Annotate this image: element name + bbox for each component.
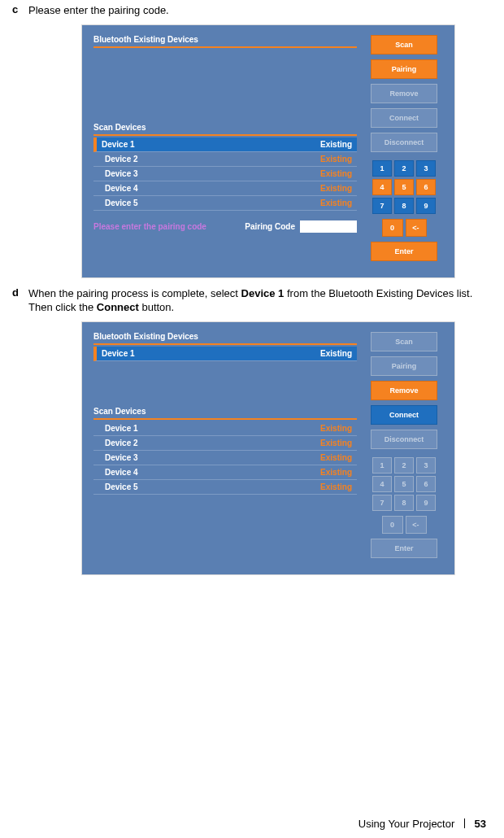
keypad-key-3: 3	[416, 457, 436, 474]
device-row-3[interactable]: Device 3Existing	[93, 167, 357, 181]
keypad-2: 123456789	[372, 457, 436, 511]
device-status: Existing	[320, 468, 352, 477]
step-c: c Please enter the pairing code.	[12, 3, 492, 18]
scan-device-list: Device 1ExistingDevice 2ExistingDevice 3…	[93, 137, 357, 211]
keypad-key-1[interactable]: 1	[372, 160, 392, 177]
pairing-code-label: Pairing Code	[245, 222, 295, 231]
step-d-tail: button.	[139, 301, 174, 313]
panel1-left: Bluetooth Existing Devices Scan Devices …	[93, 35, 357, 266]
device-name: Device 5	[105, 482, 138, 491]
device-name: Device 4	[105, 184, 138, 193]
scan-devices-title-2: Scan Devices	[93, 407, 357, 420]
device-row-2[interactable]: Device 2Existing	[93, 152, 357, 167]
device-name: Device 1	[102, 140, 135, 149]
panel2-right: Scan Pairing Remove Connect Disconnect 1…	[365, 332, 443, 563]
enter-button[interactable]: Enter	[371, 242, 437, 261]
scan-button[interactable]: Scan	[371, 35, 437, 55]
keypad-key-9: 9	[416, 495, 436, 511]
keypad-key-backspace: <-	[406, 516, 427, 534]
device-name: Device 2	[105, 439, 138, 447]
device-name: Device 2	[105, 155, 138, 164]
keypad-key-6: 6	[416, 476, 436, 492]
scan-device-row-2[interactable]: Device 2Existing	[93, 436, 357, 451]
device-row-1[interactable]: Device 1Existing	[93, 137, 357, 152]
keypad-key-0[interactable]: 0	[382, 219, 403, 237]
disconnect-button-2: Disconnect	[371, 430, 437, 449]
device-status: Existing	[320, 453, 352, 462]
existing-device-list: Device 1Existing	[93, 347, 357, 361]
device-status: Existing	[320, 199, 352, 207]
step-letter-d: d	[12, 286, 28, 315]
keypad-key-6[interactable]: 6	[416, 179, 436, 195]
keypad-key-5: 5	[394, 476, 414, 492]
pairing-button[interactable]: Pairing	[371, 59, 437, 79]
device-name: Device 1	[102, 349, 135, 358]
existing-devices-title-2: Bluetooth Existing Devices	[93, 332, 357, 345]
keypad-key-8: 8	[394, 495, 414, 511]
existing-device-row-1[interactable]: Device 1Existing	[93, 347, 357, 361]
device-name: Device 3	[105, 169, 138, 178]
pairing-prompt-text: Please enter the pairing code	[93, 222, 245, 231]
pairing-button-2: Pairing	[371, 356, 437, 376]
keypad-key-4[interactable]: 4	[372, 179, 392, 195]
keypad-key-7: 7	[372, 495, 392, 511]
device-status: Existing	[320, 184, 352, 193]
step-text-d: When the pairing process is complete, se…	[28, 286, 492, 315]
step-d-lead: When the pairing process is complete, se…	[28, 287, 241, 299]
bluetooth-panel-pairing: Bluetooth Existing Devices Scan Devices …	[81, 24, 455, 278]
existing-devices-title: Bluetooth Existing Devices	[93, 35, 357, 48]
device-name: Device 1	[105, 424, 138, 433]
keypad-key-9[interactable]: 9	[416, 198, 436, 214]
page-number: 53	[475, 818, 486, 830]
bluetooth-panel-connect: Bluetooth Existing Devices Device 1Exist…	[81, 321, 455, 575]
scan-device-row-1[interactable]: Device 1Existing	[93, 421, 357, 436]
scan-button-2: Scan	[371, 332, 437, 351]
keypad: 123456789	[372, 160, 436, 214]
scan-device-list-2: Device 1ExistingDevice 2ExistingDevice 3…	[93, 421, 357, 495]
keypad-key-4: 4	[372, 476, 392, 492]
panel2-left: Bluetooth Existing Devices Device 1Exist…	[93, 332, 357, 563]
scan-device-row-4[interactable]: Device 4Existing	[93, 465, 357, 480]
device-status: Existing	[320, 349, 352, 358]
device-status: Existing	[320, 140, 352, 149]
panel1-right: Scan Pairing Remove Connect Disconnect 1…	[365, 35, 443, 266]
device-status: Existing	[320, 439, 352, 447]
disconnect-button: Disconnect	[371, 133, 437, 152]
remove-button-2[interactable]: Remove	[371, 381, 437, 400]
device-name: Device 5	[105, 199, 138, 207]
page-footer: Using Your Projector 53	[358, 818, 486, 830]
keypad-key-2[interactable]: 2	[394, 160, 414, 177]
keypad-key-2: 2	[394, 457, 414, 474]
device-status: Existing	[320, 155, 352, 164]
keypad-key-3[interactable]: 3	[416, 160, 436, 177]
connect-button: Connect	[371, 108, 437, 128]
device-name: Device 3	[105, 453, 138, 462]
step-d-bold1: Device 1	[241, 287, 285, 299]
connect-button-2[interactable]: Connect	[371, 405, 437, 425]
device-row-4[interactable]: Device 4Existing	[93, 181, 357, 196]
footer-separator	[464, 818, 465, 828]
remove-button: Remove	[371, 84, 437, 103]
keypad-key-7[interactable]: 7	[372, 198, 392, 214]
scan-device-row-5[interactable]: Device 5Existing	[93, 480, 357, 495]
device-row-5[interactable]: Device 5Existing	[93, 196, 357, 211]
keypad-key-8[interactable]: 8	[394, 198, 414, 214]
pairing-code-input[interactable]	[300, 220, 357, 233]
device-status: Existing	[320, 482, 352, 491]
keypad-key-backspace[interactable]: <-	[406, 219, 427, 237]
enter-button-2: Enter	[371, 539, 437, 558]
keypad-key-1: 1	[372, 457, 392, 474]
scan-device-row-3[interactable]: Device 3Existing	[93, 451, 357, 465]
step-d-bold2: Connect	[97, 301, 139, 313]
footer-section: Using Your Projector	[358, 818, 455, 830]
device-name: Device 4	[105, 468, 138, 477]
step-text-c: Please enter the pairing code.	[28, 3, 492, 18]
pairing-prompt-row: Please enter the pairing code Pairing Co…	[93, 220, 357, 233]
keypad-key-0: 0	[382, 516, 403, 534]
step-d: d When the pairing process is complete, …	[12, 286, 492, 315]
device-status: Existing	[320, 424, 352, 433]
step-letter-c: c	[12, 3, 28, 18]
device-status: Existing	[320, 169, 352, 178]
scan-devices-title: Scan Devices	[93, 123, 357, 136]
keypad-key-5[interactable]: 5	[394, 179, 414, 195]
